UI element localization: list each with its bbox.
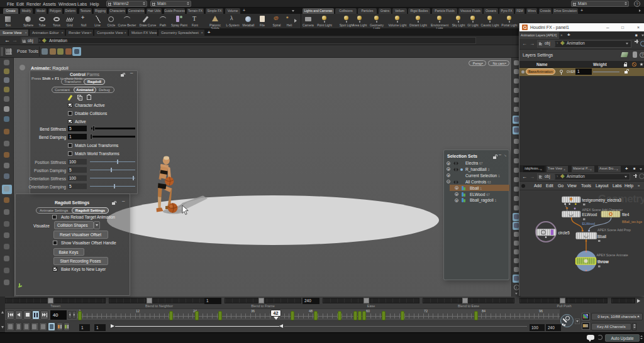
- svg-text:BBall_tex.bge: BBall_tex.bge: [622, 220, 642, 224]
- svg-text:throw: throw: [597, 259, 609, 264]
- svg-text:circle5: circle5: [558, 231, 570, 235]
- svg-text:APEX Scene Animate: APEX Scene Animate: [597, 253, 628, 257]
- svg-text:testgeometry_electra3: testgeometry_electra3: [582, 198, 622, 203]
- svg-text:ELWood: ELWood: [582, 212, 597, 217]
- svg-text:ELWood: ELWood: [582, 222, 596, 226]
- svg-text:Bball: Bball: [597, 234, 606, 239]
- svg-text:APEX Scene Add Prop: APEX Scene Add Prop: [597, 228, 631, 232]
- svg-text:file4: file4: [622, 212, 630, 217]
